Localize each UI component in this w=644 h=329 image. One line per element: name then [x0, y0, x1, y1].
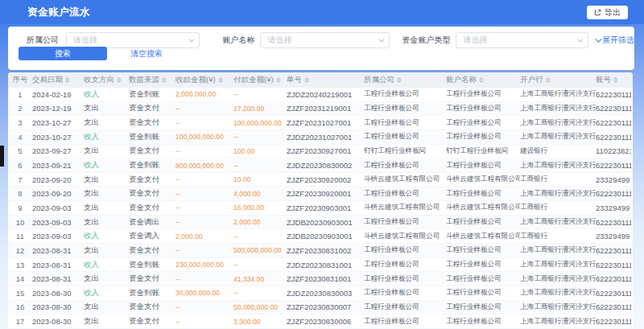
- cell-receive-amount: 100,000,000.00: [175, 133, 233, 141]
- cell-order-number: ZJZF20230927001: [287, 146, 364, 155]
- sort-caret-icon[interactable]: [65, 77, 70, 83]
- cell-direction: 支出: [84, 245, 129, 256]
- cell-bank: 上海工商银行漕河泾支行: [520, 260, 596, 269]
- export-button[interactable]: 导出: [587, 6, 628, 19]
- cell-no: 11: [8, 232, 32, 241]
- cell-no: 2: [8, 104, 32, 113]
- sort-caret-icon[interactable]: [162, 77, 167, 83]
- cell-account-name: 工程行业样板公司: [446, 260, 520, 269]
- cell-pay-amount: 2,000.00: [233, 218, 287, 226]
- chevron-down-icon: [595, 35, 601, 42]
- search-button[interactable]: 搜索: [19, 47, 107, 60]
- cell-account-name: 工程行业样板公司: [446, 89, 520, 99]
- cell-source: 资金到账: [129, 160, 175, 171]
- cell-pay-amount: --: [233, 133, 287, 141]
- cell-order-number: ZJDZ20231027001: [287, 133, 364, 142]
- cell-pay-amount: 16,000.00: [233, 204, 287, 212]
- cell-bank: 上海工商银行漕河泾支行: [520, 89, 596, 99]
- cell-bank: 工商银行: [520, 232, 596, 241]
- cell-account-number: 622230111: [596, 218, 631, 227]
- cell-direction: 收入: [84, 132, 129, 142]
- cell-source: 资金支付: [129, 316, 175, 327]
- export-icon: [594, 9, 601, 16]
- cell-date: 2023-09-03: [32, 204, 84, 212]
- cell-account-name: 工程行业样板公司: [446, 245, 520, 255]
- cell-company: 工程行业样板公司: [364, 317, 446, 327]
- cell-company: 工程行业样板公司: [364, 245, 446, 255]
- cell-company: 钉钉工程行业样板间: [364, 146, 446, 156]
- sort-caret-icon[interactable]: [613, 77, 618, 83]
- sort-caret-icon[interactable]: [479, 77, 484, 83]
- column-header-order[interactable]: 单号: [287, 75, 364, 85]
- table-row: 72023-09-20支出资金支付--10.00ZJZF20230920002斗…: [8, 173, 633, 187]
- account-name-select[interactable]: 请选择: [260, 32, 390, 48]
- cell-date: 2023-08-30: [32, 289, 84, 298]
- clear-search-button[interactable]: 清空搜索: [130, 48, 163, 60]
- cell-bank: 上海工商银行漕河泾支行: [520, 317, 596, 327]
- cell-company: 斗栱云建筑工程有限公司: [364, 232, 446, 241]
- cell-bank: 上海工商银行漕河泾支行: [520, 302, 596, 312]
- cell-no: 1: [8, 90, 32, 99]
- cell-receive-amount: --: [175, 175, 233, 183]
- column-header-label: 账户名称: [446, 75, 477, 85]
- account-type-select[interactable]: 请选择: [456, 32, 588, 48]
- company-select[interactable]: 请选择: [66, 32, 200, 48]
- cell-account-name: 工程行业样板公司: [446, 288, 520, 298]
- cell-bank: 工商银行: [520, 175, 596, 184]
- cell-bank: 上海工商银行漕河泾支行: [520, 274, 596, 284]
- cell-source: 资金支付: [129, 117, 175, 128]
- table-row: 52023-09-27支出资金支付--100.00ZJZF20230927001…: [8, 145, 633, 159]
- column-header-direction[interactable]: 收支方向: [84, 75, 129, 85]
- column-header-account[interactable]: 账户名称: [446, 75, 520, 85]
- cell-date: 2023-10-27: [32, 133, 84, 142]
- expand-filter-link[interactable]: 展开筛选: [595, 35, 634, 46]
- cell-account-name: 钉钉工程行业样板间: [446, 146, 520, 156]
- cell-no: 16: [8, 302, 32, 311]
- cell-pay-amount: --: [233, 162, 287, 170]
- cell-pay-amount: --: [233, 289, 287, 297]
- sort-caret-icon[interactable]: [304, 77, 309, 83]
- column-header-date[interactable]: 交易日期: [32, 75, 84, 85]
- column-header-bank[interactable]: 开户行: [520, 75, 596, 85]
- column-header-source[interactable]: 数据来源: [129, 75, 175, 85]
- cell-pay-amount: 41,334.00: [233, 275, 287, 283]
- cell-direction: 支出: [84, 103, 129, 113]
- cell-direction: 收入: [84, 260, 129, 270]
- cell-no: 6: [8, 161, 32, 170]
- cell-date: 2024-02-19: [32, 90, 84, 99]
- cell-account-number: 110223821: [596, 146, 631, 155]
- cell-account-name: 工程行业样板公司: [446, 302, 520, 312]
- sort-caret-icon[interactable]: [546, 77, 551, 83]
- cell-receive-amount: 230,000,000.00: [175, 261, 233, 269]
- account-type-filter-label: 资金账户类型: [402, 35, 450, 46]
- cell-account-name: 斗栱云建筑工程有限公司: [446, 175, 520, 184]
- cell-pay-amount: 100,000,000.00: [233, 119, 287, 127]
- table-row: 172023-08-30支出资金支付--3,300.00ZJZF20230830…: [8, 315, 633, 329]
- column-header-company[interactable]: 所属公司: [364, 75, 446, 85]
- cell-order-number: ZJZF20230831002: [287, 246, 364, 255]
- cell-date: 2023-08-31: [32, 246, 84, 255]
- sort-caret-icon[interactable]: [276, 77, 281, 83]
- cell-date: 2023-09-03: [32, 218, 84, 227]
- cell-direction: 收入: [84, 89, 129, 100]
- account-type-select-placeholder: 请选择: [463, 35, 487, 46]
- sort-caret-icon[interactable]: [397, 77, 402, 83]
- cell-date: 2023-08-30: [32, 317, 84, 326]
- column-header-pay[interactable]: 付款金额(¥): [233, 75, 287, 85]
- cell-receive-amount: 2,000.00: [175, 232, 233, 241]
- cell-pay-amount: 10.00: [233, 175, 287, 183]
- cell-bank: 上海工商银行漕河泾支行: [520, 161, 596, 171]
- column-header-receive[interactable]: 收款金额(¥): [175, 75, 233, 85]
- table-header-row: 序号交易日期收支方向数据来源收款金额(¥)付款金额(¥)单号所属公司账户名称开户…: [8, 72, 633, 88]
- cell-source: 资金到账: [129, 89, 175, 100]
- sort-caret-icon[interactable]: [117, 77, 122, 83]
- column-header-number[interactable]: 账号: [596, 75, 631, 85]
- cell-account-number: 622230111: [596, 133, 631, 142]
- company-select-placeholder: 请选择: [73, 35, 97, 46]
- cell-account-number: 622230111: [596, 317, 631, 326]
- column-header-label: 序号: [13, 75, 28, 85]
- cell-account-name: 工程行业样板公司: [446, 189, 520, 199]
- cell-no: 8: [8, 189, 32, 198]
- sort-caret-icon[interactable]: [218, 77, 223, 83]
- cell-date: 2023-10-27: [32, 118, 84, 127]
